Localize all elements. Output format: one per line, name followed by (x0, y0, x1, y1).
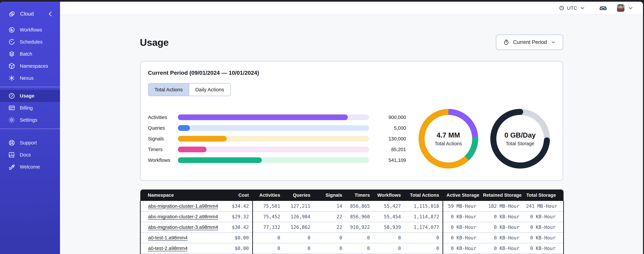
cell: 241 MB-Hour (523, 201, 564, 212)
timezone-selector[interactable]: UTC (559, 5, 585, 11)
sidebar-item-usage[interactable]: Usage (0, 90, 60, 102)
chevron-down-icon (580, 5, 585, 11)
cell: abs-migration-cluster-2.a98mm4 (140, 212, 228, 222)
sidebar-item-label: Nexus (20, 76, 34, 81)
sidebar-item-docs[interactable]: Docs (0, 149, 60, 161)
cell: 55,454 (373, 212, 404, 222)
cell: abs-migration-cluster-1.a98mm4 (140, 201, 228, 212)
column-header-active-storage: Active Storage (443, 190, 480, 201)
bar-row-activities: Activities900,000 (148, 112, 406, 123)
card-title: Current Period (09/01/2024 — 10/01/2024) (148, 70, 555, 76)
column-header-activities: Activities (252, 190, 284, 201)
sidebar-item-settings[interactable]: Settings (0, 114, 60, 126)
tab-daily-actions[interactable]: Daily Actions (189, 84, 230, 96)
avatar[interactable] (617, 4, 624, 12)
cell: 856,865 (346, 201, 373, 212)
column-header-signals: Signals (314, 190, 346, 201)
sidebar-item-label: Welcome (20, 164, 40, 170)
donut-center-text: 4.7 MMTotal Actions (416, 106, 481, 172)
glasses-icon[interactable] (599, 4, 607, 12)
column-header-retained-storage: Retained Storage (480, 190, 523, 201)
cell: 1,174,077 (404, 222, 443, 232)
column-header-timers: Timers (346, 190, 373, 201)
sidebar-item-label: Support (20, 140, 37, 146)
namespace-link[interactable]: abs-migration-cluster-1.a98mm4 (148, 204, 218, 209)
sidebar-item-welcome[interactable]: Welcome (0, 161, 60, 173)
cell: 55,427 (373, 201, 404, 212)
bar-track (178, 136, 369, 142)
cell: 0 KB-Hour (480, 232, 523, 243)
cell: 0 (284, 243, 314, 254)
bar-track (178, 114, 369, 120)
sidebar-item-namespaces[interactable]: Namespaces (0, 60, 60, 72)
cell: 58,939 (373, 222, 404, 232)
donut-center-text: 0 GB/DayTotal Storage (487, 106, 553, 172)
cell: 126,984 (284, 212, 314, 222)
cell: 0 (252, 243, 284, 254)
cell: 14 (314, 201, 346, 212)
cell: $0.00 (228, 232, 252, 243)
cell: 0 (404, 232, 443, 243)
table-row: abs-migration-cluster-1.a98mm4$34.4275,5… (140, 201, 564, 212)
donut-value: 0 GB/Day (504, 131, 536, 139)
bar-track (178, 125, 369, 131)
sidebar-item-label: Docs (20, 152, 31, 158)
account-menu-chevron-down-icon[interactable] (628, 5, 634, 11)
bar-row-timers: Timers85,201 (148, 144, 406, 155)
donut-total-storage: 0 GB/DayTotal Storage (487, 106, 553, 172)
billing-icon (8, 104, 16, 112)
sidebar: Cloud WorkflowsSchedulesBatchNamespacesN… (0, 2, 60, 254)
bar-label: Timers (148, 147, 178, 152)
sidebar-item-batch[interactable]: Batch (0, 48, 60, 60)
bar-fill (178, 146, 206, 152)
cell: a0-test-2.a98mm4 (140, 243, 228, 254)
namespace-link[interactable]: abs-migration-cluster-3.a98mm4 (148, 224, 218, 230)
sidebar-item-support[interactable]: Support (0, 137, 60, 149)
bar-value: 900,000 (376, 114, 406, 120)
bar-value: 85,201 (376, 147, 406, 152)
column-header-total-actions: Total Actions (404, 190, 443, 201)
cell: 75,452 (252, 212, 284, 222)
sidebar-collapse-button[interactable] (46, 10, 54, 18)
app-window: Cloud WorkflowsSchedulesBatchNamespacesN… (0, 2, 643, 254)
cell: $38.42 (228, 222, 252, 232)
page-title: Usage (140, 37, 169, 48)
bar-row-workflows: Workflows541,109 (148, 155, 406, 166)
cell: a0-test-1.a98mm4 (140, 232, 228, 243)
cell: 0 (346, 232, 373, 243)
cell: 910,922 (346, 222, 373, 232)
timezone-label: UTC (567, 5, 577, 11)
sidebar-item-billing[interactable]: Billing (0, 102, 60, 114)
cell: 0 (314, 243, 346, 254)
docs-icon (8, 151, 16, 158)
bar-value: 541,109 (376, 158, 406, 163)
content: Usage Current Period Current Period (09/… (60, 15, 643, 254)
workflows-icon (8, 26, 16, 34)
bar-label: Signals (148, 136, 178, 142)
cell: 75,501 (252, 201, 284, 212)
sidebar-item-schedules[interactable]: Schedules (0, 36, 60, 48)
cell: 0 KB-Hour (480, 243, 523, 254)
tab-total-actions[interactable]: Total Actions (148, 84, 189, 96)
cell: 77,332 (252, 222, 284, 232)
namespace-link[interactable]: abs-migration-cluster-2.a98mm4 (148, 214, 218, 219)
sidebar-item-workflows[interactable]: Workflows (0, 24, 60, 36)
cell: 182 MB-Hour (480, 201, 523, 212)
bar-row-queries: Queries5,000 (148, 123, 406, 133)
cell: 0 KB-Hour (480, 212, 523, 222)
topbar: UTC (60, 2, 643, 15)
bar-fill (178, 125, 190, 131)
column-header-cost: Cost (228, 190, 252, 201)
sidebar-item-nexus[interactable]: Nexus (0, 72, 60, 84)
cell: 1,114,872 (404, 212, 443, 222)
cell: 1,115,018 (404, 201, 443, 212)
cell: $0.00 (228, 243, 252, 254)
cell: 0 (373, 232, 404, 243)
period-selector-button[interactable]: Current Period (496, 34, 563, 50)
namespace-link[interactable]: a0-test-2.a98mm4 (148, 246, 188, 251)
table-row: a0-test-2.a98mm4$0.000000000 KB-Hour0 KB… (140, 243, 564, 254)
namespace-link[interactable]: a0-test-1.a98mm4 (148, 235, 188, 240)
bar-label: Workflows (148, 158, 178, 163)
usage-summary-card: Current Period (09/01/2024 — 10/01/2024)… (140, 61, 563, 181)
brand-label: Cloud (20, 11, 46, 17)
